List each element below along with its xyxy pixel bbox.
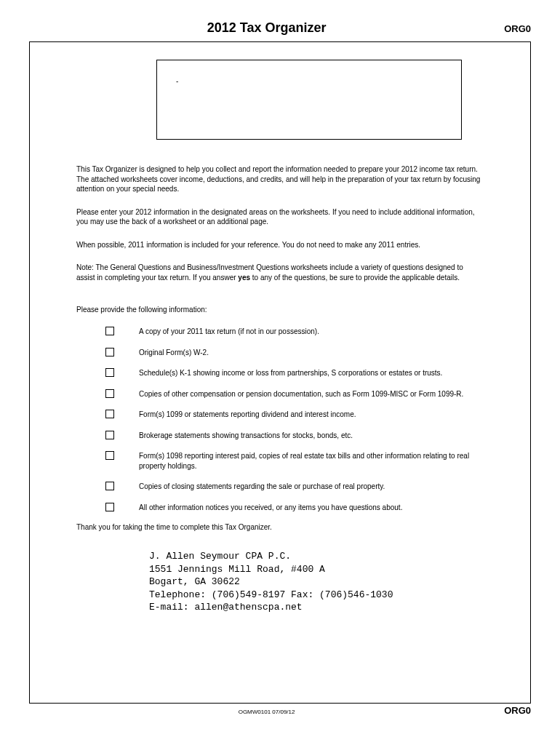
checklist-text: Copies of other compensation or pension … <box>139 389 484 399</box>
checkbox[interactable] <box>105 431 114 439</box>
contact-street: 1551 Jennings Mill Road, #400 A <box>149 563 484 576</box>
contact-phone-fax: Telephone: (706)549-8197 Fax: (706)546-1… <box>149 589 484 602</box>
checklist-text: Form(s) 1098 reporting interest paid, co… <box>139 451 484 471</box>
contact-city: Bogart, GA 30622 <box>149 575 484 589</box>
provide-heading: Please provide the following information… <box>76 306 484 314</box>
address-placeholder: - <box>176 77 178 85</box>
checklist-item: Form(s) 1098 reporting interest paid, co… <box>76 451 484 471</box>
note-paragraph: Note: The General Questions and Business… <box>76 263 484 282</box>
checkbox[interactable] <box>105 389 114 398</box>
checklist-text: Original Form(s) W-2. <box>139 348 484 358</box>
checklist-item: Schedule(s) K-1 showing income or loss f… <box>76 368 484 378</box>
page-border: - This Tax Organizer is designed to help… <box>29 41 531 704</box>
page-title: 2012 Tax Organizer <box>29 20 504 36</box>
checklist-text: All other information notices you receiv… <box>139 503 484 513</box>
header-row: 2012 Tax Organizer ORG0 <box>0 0 560 41</box>
checklist: A copy of your 2011 tax return (if not i… <box>76 327 484 512</box>
footer-left: OGMW0101 07/09/12 <box>29 709 504 715</box>
checkbox[interactable] <box>105 482 114 490</box>
checklist-text: Schedule(s) K-1 showing income or loss f… <box>139 368 484 378</box>
checklist-text: Copies of closing statements regarding t… <box>139 482 484 492</box>
checklist-text: A copy of your 2011 tax return (if not i… <box>139 327 484 337</box>
checkbox[interactable] <box>105 410 114 418</box>
checklist-item: Brokerage statements showing transaction… <box>76 431 484 441</box>
checklist-item: Original Form(s) W-2. <box>76 348 484 358</box>
checkbox[interactable] <box>105 368 114 377</box>
checkbox[interactable] <box>105 348 114 356</box>
contact-name: J. Allen Seymour CPA P.C. <box>149 550 484 563</box>
contact-block: J. Allen Seymour CPA P.C. 1551 Jennings … <box>76 550 484 614</box>
intro-paragraph: This Tax Organizer is designed to help y… <box>76 164 484 194</box>
note-bold: yes <box>238 274 250 282</box>
checklist-item: A copy of your 2011 tax return (if not i… <box>76 327 484 337</box>
checkbox[interactable] <box>105 327 114 335</box>
checkbox[interactable] <box>105 503 114 511</box>
footer-row: OGMW0101 07/09/12 ORG0 <box>0 704 560 716</box>
address-box: - <box>156 60 462 140</box>
note-suffix: to any of the questions, be sure to prov… <box>250 274 460 282</box>
checkbox[interactable] <box>105 451 114 460</box>
checklist-item: Copies of closing statements regarding t… <box>76 482 484 492</box>
checklist-text: Brokerage statements showing transaction… <box>139 431 484 441</box>
contact-email: E-mail: allen@athenscpa.net <box>149 601 484 614</box>
checklist-item: Copies of other compensation or pension … <box>76 389 484 399</box>
thank-you: Thank you for taking the time to complet… <box>76 523 484 531</box>
checklist-item: Form(s) 1099 or statements reporting div… <box>76 410 484 420</box>
footer-right: ORG0 <box>504 705 531 716</box>
instructions-paragraph: Please enter your 2012 information in th… <box>76 207 484 227</box>
checklist-text: Form(s) 1099 or statements reporting div… <box>139 410 484 420</box>
reference-paragraph: When possible, 2011 information is inclu… <box>76 240 484 250</box>
form-code-top: ORG0 <box>504 23 531 34</box>
checklist-item: All other information notices you receiv… <box>76 503 484 513</box>
inner-content: - This Tax Organizer is designed to help… <box>30 42 530 626</box>
